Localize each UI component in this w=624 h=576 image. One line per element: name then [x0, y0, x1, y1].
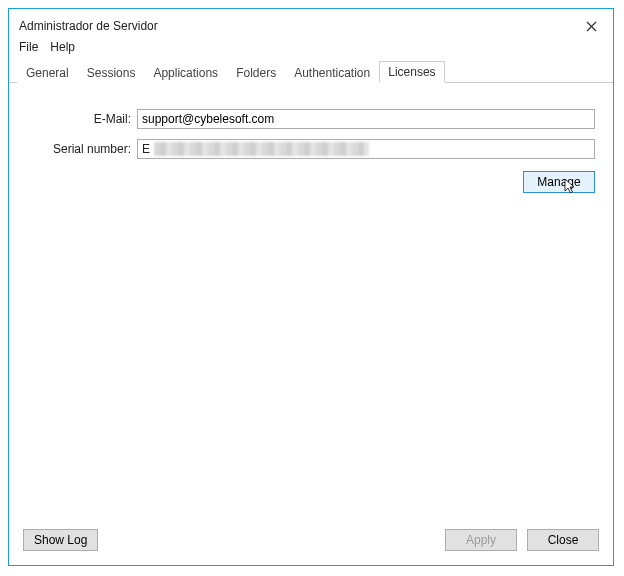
tab-folders[interactable]: Folders [227, 61, 285, 83]
footer: Show Log Apply Close [9, 513, 613, 565]
window-frame: Administrador de Servidor File Help Gene… [8, 8, 614, 566]
email-field[interactable] [137, 109, 595, 129]
menubar: File Help [9, 39, 613, 59]
serial-field[interactable]: E [137, 139, 595, 159]
manage-button[interactable]: Manage [523, 171, 595, 193]
close-button[interactable]: Close [527, 529, 599, 551]
titlebar: Administrador de Servidor [9, 9, 613, 39]
tab-applications[interactable]: Applications [144, 61, 227, 83]
tab-licenses[interactable]: Licenses [379, 61, 444, 83]
manage-button-label: Manage [537, 175, 580, 189]
close-icon[interactable] [579, 16, 603, 36]
tab-general[interactable]: General [17, 61, 78, 83]
email-label: E-Mail: [27, 112, 137, 126]
tab-authentication[interactable]: Authentication [285, 61, 379, 83]
email-row: E-Mail: [27, 109, 595, 129]
serial-redacted [154, 142, 369, 156]
apply-button[interactable]: Apply [445, 529, 517, 551]
serial-row: Serial number: E [27, 139, 595, 159]
menu-help[interactable]: Help [50, 40, 75, 54]
manage-row: Manage [27, 171, 595, 193]
serial-prefix: E [142, 142, 150, 156]
window-title: Administrador de Servidor [19, 19, 158, 33]
show-log-button[interactable]: Show Log [23, 529, 98, 551]
serial-label: Serial number: [27, 142, 137, 156]
menu-file[interactable]: File [19, 40, 38, 54]
tab-sessions[interactable]: Sessions [78, 61, 145, 83]
tab-content: E-Mail: Serial number: E Manage [9, 83, 613, 513]
tabstrip: General Sessions Applications Folders Au… [9, 59, 613, 83]
